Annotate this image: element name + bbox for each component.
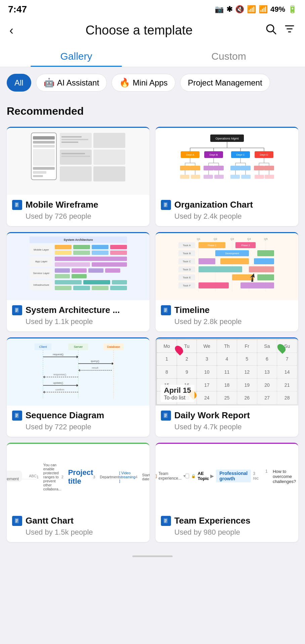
svg-rect-96 xyxy=(55,251,72,255)
header-actions xyxy=(265,23,296,38)
svg-rect-19 xyxy=(61,136,82,138)
template-mobile-wireframe[interactable]: Mobile Wireframe Used by 726 people xyxy=(7,127,149,226)
doc-icon xyxy=(12,411,22,421)
svg-rect-117 xyxy=(112,280,127,284)
ai-icon: 🤖 xyxy=(44,77,54,88)
doc-icon xyxy=(161,516,171,526)
template-name: Timeline xyxy=(174,305,210,315)
svg-rect-202 xyxy=(165,415,167,416)
template-org-chart[interactable]: Operations Mgmt Dept A Dept B Dept C Dep… xyxy=(156,127,298,226)
svg-rect-121 xyxy=(110,286,127,290)
filter-icon[interactable] xyxy=(284,23,296,38)
svg-rect-12 xyxy=(33,175,43,177)
tab-custom[interactable]: Custom xyxy=(152,45,305,67)
svg-rect-197 xyxy=(16,414,18,415)
svg-rect-23 xyxy=(61,156,90,157)
svg-rect-49 xyxy=(190,166,200,170)
template-thumb-sysarch: System Architecture Mobile Layer App Lay… xyxy=(7,233,149,300)
svg-text:System Architecture: System Architecture xyxy=(63,238,93,241)
recommended-section: Recommended xyxy=(0,97,305,127)
fire-icon: 🔥 xyxy=(119,77,130,88)
card-info: Daily Work Report Used by 4.7k people xyxy=(156,406,298,437)
svg-rect-146 xyxy=(257,250,274,256)
template-team-exp[interactable]: 📋 Team experiences 📋 Team experience... … xyxy=(156,443,298,542)
svg-rect-94 xyxy=(92,245,108,249)
svg-text:Task B: Task B xyxy=(182,252,190,255)
template-name: Sequence Diagram xyxy=(26,410,104,421)
home-indicator xyxy=(132,555,173,557)
svg-rect-206 xyxy=(16,520,18,521)
svg-rect-17 xyxy=(60,166,92,181)
template-grid: Mobile Wireframe Used by 726 people Oper… xyxy=(0,127,305,549)
svg-rect-16 xyxy=(93,150,125,165)
svg-rect-99 xyxy=(110,251,127,255)
svg-rect-66 xyxy=(254,166,264,170)
svg-text:Q5: Q5 xyxy=(264,237,268,240)
search-icon[interactable] xyxy=(265,23,277,38)
filter-row: All 🤖 AI Assistant 🔥 Mini Apps Project M… xyxy=(0,67,305,97)
svg-rect-166 xyxy=(165,309,167,309)
filter-pm[interactable]: Project Management xyxy=(180,74,270,92)
svg-rect-151 xyxy=(254,258,274,264)
template-seq-diagram[interactable]: Client Server Database request() query() xyxy=(7,337,149,437)
template-usage: Used by 722 people xyxy=(12,423,144,431)
svg-rect-93 xyxy=(73,245,90,249)
svg-rect-21 xyxy=(61,142,78,143)
svg-rect-55 xyxy=(214,166,224,170)
template-gantt[interactable]: Gantt Chart Staff Arrangement A B C 1 Yo… xyxy=(7,443,149,542)
svg-text:Q4: Q4 xyxy=(247,237,251,240)
svg-rect-163 xyxy=(241,282,274,288)
card-info: System Architecture ... Used by 1.1k peo… xyxy=(7,300,149,331)
page-title: Choose a template xyxy=(86,23,193,38)
svg-rect-92 xyxy=(55,245,72,249)
template-timeline[interactable]: Q1 Q2 Q3 Q4 Q5 Task A Phase 1 Phase 2 xyxy=(156,232,298,331)
svg-rect-124 xyxy=(16,310,18,310)
tab-gallery[interactable]: Gallery xyxy=(0,45,152,67)
svg-text:response(): response() xyxy=(53,373,66,376)
svg-text:confirm: confirm xyxy=(55,388,64,391)
template-thumb-seq: Client Server Database request() query() xyxy=(7,338,149,406)
svg-rect-203 xyxy=(165,416,166,417)
svg-text:Dept C: Dept C xyxy=(236,153,245,156)
filter-all[interactable]: All xyxy=(7,74,31,92)
template-usage: Used by 2.8k people xyxy=(161,317,293,326)
back-button[interactable]: ‹ xyxy=(9,23,13,38)
signal-icon: 📶 xyxy=(259,5,268,14)
header: ‹ Choose a template xyxy=(0,17,305,45)
svg-rect-198 xyxy=(16,415,18,416)
date-label: April 15 To-do list xyxy=(161,385,194,402)
svg-rect-61 xyxy=(241,166,251,170)
svg-rect-109 xyxy=(88,268,103,273)
bluetooth-icon: ✱ xyxy=(226,5,232,14)
svg-rect-7 xyxy=(33,141,55,144)
svg-rect-115 xyxy=(55,280,82,284)
svg-rect-199 xyxy=(16,416,17,417)
filter-mini[interactable]: 🔥 Mini Apps xyxy=(112,74,175,92)
svg-rect-15 xyxy=(60,150,92,165)
svg-rect-60 xyxy=(230,166,241,170)
template-thumb-timeline: Q1 Q2 Q3 Q4 Q5 Task A Phase 1 Phase 2 xyxy=(156,233,298,300)
card-info: Timeline Used by 2.8k people xyxy=(156,300,298,331)
template-system-arch[interactable]: System Architecture Mobile Layer App Lay… xyxy=(7,232,149,331)
svg-text:Phase 1: Phase 1 xyxy=(208,244,216,247)
svg-rect-201 xyxy=(165,414,167,415)
battery-label: 49% xyxy=(270,5,285,14)
svg-rect-6 xyxy=(33,136,55,140)
svg-text:Task A: Task A xyxy=(183,244,191,247)
svg-rect-118 xyxy=(55,286,72,290)
svg-rect-116 xyxy=(83,280,110,284)
mute-icon: 🔇 xyxy=(235,5,244,14)
svg-rect-119 xyxy=(73,286,90,290)
filter-ai[interactable]: 🤖 AI Assistant xyxy=(36,74,107,92)
svg-rect-87 xyxy=(165,206,166,206)
template-daily-work[interactable]: Mo Tu We Th Fr Sa Su 1 2 3 4 5 6 7 8 9 1… xyxy=(156,337,298,437)
svg-rect-149 xyxy=(199,258,215,264)
card-info: Gantt Chart Used by 1.5k people xyxy=(7,511,149,542)
svg-rect-207 xyxy=(16,522,17,522)
card-info: Sequence Diagram Used by 722 people xyxy=(7,406,149,437)
svg-rect-167 xyxy=(165,310,167,310)
svg-rect-20 xyxy=(61,139,88,140)
template-thumb-daily: Mo Tu We Th Fr Sa Su 1 2 3 4 5 6 7 8 9 1… xyxy=(156,338,298,406)
svg-rect-14 xyxy=(93,133,125,148)
template-thumb-team: 📋 Team experiences 📋 Team experience... … xyxy=(156,444,298,511)
